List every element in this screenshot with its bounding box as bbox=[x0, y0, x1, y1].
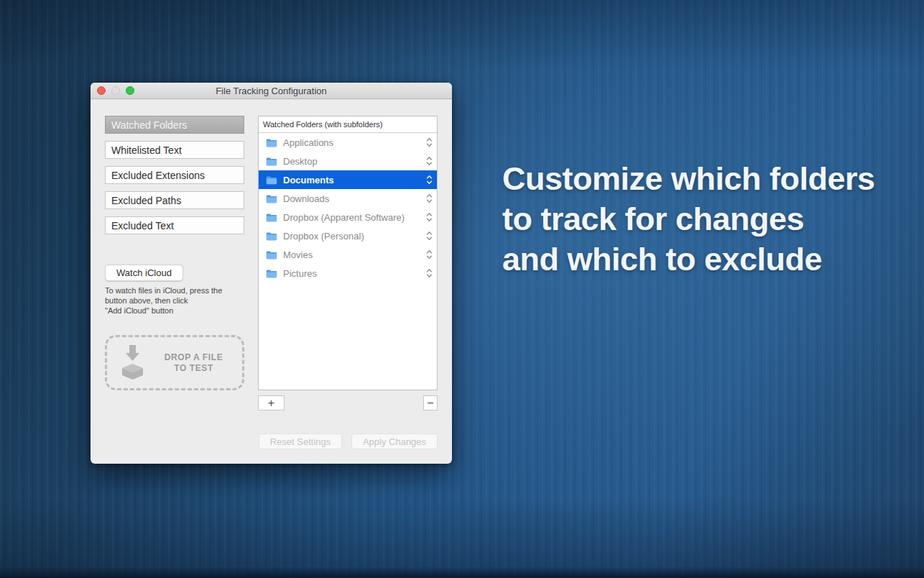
icloud-helper-text: To watch files in iCloud, press the butt… bbox=[105, 285, 249, 316]
nav-button-whitelisted-text[interactable]: Whitelisted Text bbox=[105, 141, 244, 159]
arrow-into-box-icon bbox=[120, 345, 145, 380]
folder-icon bbox=[266, 138, 277, 147]
remove-folder-button[interactable]: − bbox=[423, 395, 438, 410]
list-item-documents[interactable]: Documents bbox=[259, 170, 437, 189]
drop-file-test-zone[interactable]: DROP A FILE TO TEST bbox=[105, 335, 244, 390]
folder-icon bbox=[266, 175, 277, 185]
list-item-dropbox-apparent-software[interactable]: Dropbox (Apparent Software) bbox=[259, 208, 437, 226]
folder-icon bbox=[266, 157, 277, 166]
close-window-icon[interactable] bbox=[97, 86, 106, 95]
watch-icloud-button[interactable]: Watch iCloud bbox=[105, 265, 183, 281]
list-item-pictures[interactable]: Pictures bbox=[259, 264, 437, 283]
nav-button-excluded-paths[interactable]: Excluded Paths bbox=[105, 191, 244, 209]
reorder-stepper-icon[interactable] bbox=[426, 175, 433, 185]
drop-zone-line-1: DROP A FILE bbox=[145, 352, 242, 363]
folder-icon bbox=[266, 231, 277, 241]
nav-button-excluded-extensions[interactable]: Excluded Extensions bbox=[105, 166, 244, 184]
headline-line-3: and which to exclude bbox=[502, 239, 875, 280]
helper-line-3: "Add iCloud" button bbox=[105, 306, 249, 316]
drop-zone-label: DROP A FILE TO TEST bbox=[145, 352, 242, 374]
desktop-background: { "headline": { "lines": ["Customize whi… bbox=[0, 0, 924, 578]
reorder-stepper-icon[interactable] bbox=[426, 137, 433, 147]
reorder-stepper-icon[interactable] bbox=[426, 193, 433, 203]
list-item-desktop[interactable]: Desktop bbox=[259, 152, 437, 170]
folder-icon bbox=[266, 250, 277, 260]
list-item-downloads[interactable]: Downloads bbox=[259, 189, 437, 208]
folder-icon bbox=[266, 213, 277, 222]
folder-icon bbox=[266, 269, 277, 278]
folder-name: Pictures bbox=[283, 268, 426, 279]
apply-changes-button[interactable]: Apply Changes bbox=[351, 434, 438, 449]
window-titlebar[interactable]: File Tracking Configuration bbox=[91, 83, 452, 99]
traffic-lights bbox=[97, 86, 134, 95]
add-folder-button[interactable]: + bbox=[258, 395, 285, 410]
reorder-stepper-icon[interactable] bbox=[426, 249, 433, 260]
watched-folders-list: Watched Folders (with subfolders) Applic… bbox=[258, 116, 438, 390]
folder-name: Downloads bbox=[283, 193, 426, 204]
reset-settings-button[interactable]: Reset Settings bbox=[259, 434, 342, 449]
helper-line-1: To watch files in iCloud, press the bbox=[105, 285, 249, 295]
headline-line-2: to track for changes bbox=[502, 199, 875, 239]
reorder-stepper-icon[interactable] bbox=[426, 212, 433, 222]
minimize-window-icon[interactable] bbox=[111, 86, 120, 95]
reorder-stepper-icon[interactable] bbox=[426, 231, 433, 241]
reorder-stepper-icon[interactable] bbox=[426, 156, 433, 166]
folder-name: Desktop bbox=[283, 156, 426, 167]
list-item-dropbox-personal[interactable]: Dropbox (Personal) bbox=[259, 226, 437, 245]
folder-name: Movies bbox=[283, 249, 426, 260]
folder-name: Dropbox (Personal) bbox=[283, 231, 426, 242]
headline-line-1: Customize which folders bbox=[502, 159, 875, 199]
list-item-applications[interactable]: Applications bbox=[259, 133, 437, 152]
list-item-movies[interactable]: Movies bbox=[259, 245, 437, 264]
folder-name: Documents bbox=[283, 175, 426, 185]
folder-name: Applications bbox=[283, 137, 426, 148]
helper-line-2: button above, then click bbox=[105, 295, 249, 306]
zoom-window-icon[interactable] bbox=[126, 86, 134, 95]
reorder-stepper-icon[interactable] bbox=[426, 268, 433, 278]
window-content: Watched Folders Whitelisted Text Exclude… bbox=[91, 99, 452, 463]
marketing-headline: Customize which folders to track for cha… bbox=[502, 159, 875, 280]
list-header: Watched Folders (with subfolders) bbox=[259, 116, 437, 133]
folder-icon bbox=[266, 194, 277, 203]
nav-button-excluded-text[interactable]: Excluded Text bbox=[105, 216, 244, 234]
drop-zone-line-2: TO TEST bbox=[145, 363, 242, 374]
app-window: File Tracking Configuration Watched Fold… bbox=[91, 83, 452, 464]
nav-button-watched-folders[interactable]: Watched Folders bbox=[105, 116, 244, 134]
folder-name: Dropbox (Apparent Software) bbox=[283, 212, 426, 223]
window-title: File Tracking Configuration bbox=[216, 86, 327, 96]
